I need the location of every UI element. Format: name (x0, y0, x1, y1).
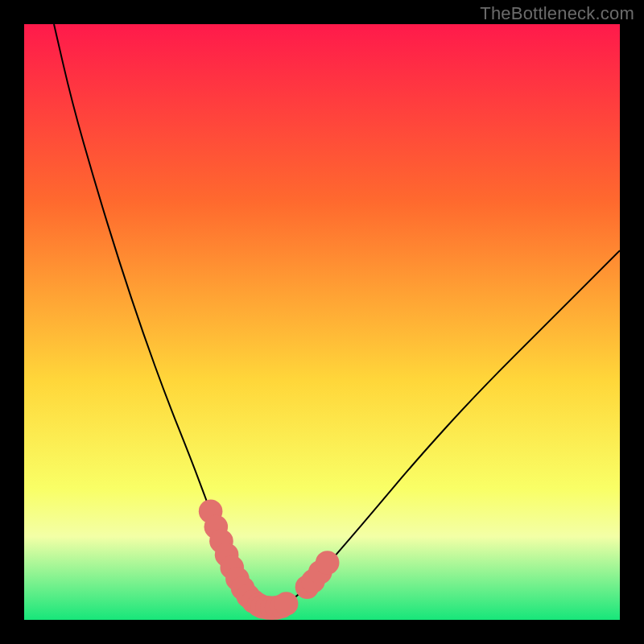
marker-dot (316, 551, 340, 575)
credit-text: TheBottleneck.com (480, 3, 634, 24)
gradient-background (24, 24, 620, 620)
bottleneck-chart (24, 24, 620, 620)
marker-dot (275, 592, 299, 616)
chart-stage: TheBottleneck.com (0, 0, 644, 644)
